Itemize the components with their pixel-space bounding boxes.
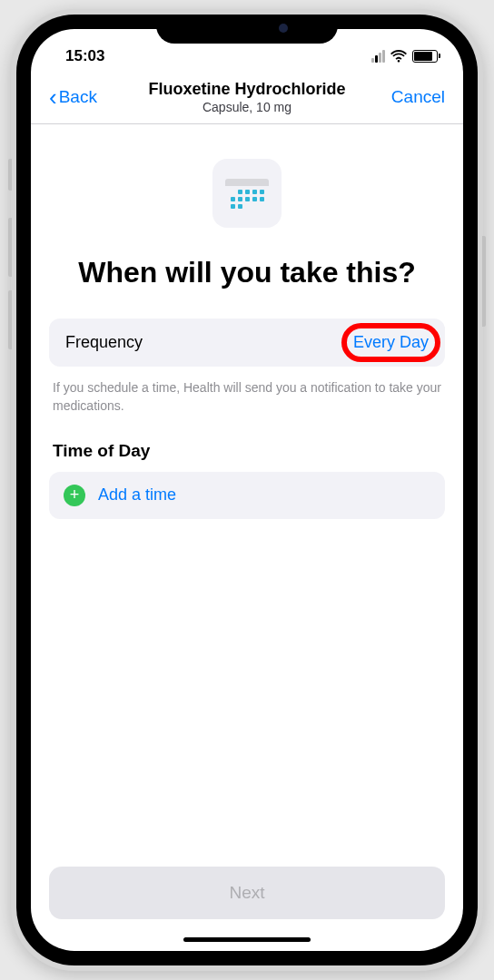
mute-switch — [8, 159, 12, 191]
power-button — [482, 236, 486, 327]
time-of-day-header: Time of Day — [53, 441, 441, 461]
phone-frame: 15:03 ‹ Back — [11, 9, 483, 971]
navigation-bar: ‹ Back Fluoxetine Hydrochloride Capsule,… — [31, 73, 463, 124]
nav-subtitle: Capsule, 10 mg — [131, 100, 363, 114]
chevron-left-icon: ‹ — [49, 85, 57, 109]
battery-icon — [412, 50, 438, 63]
add-time-button[interactable]: + Add a time — [49, 472, 445, 519]
back-button[interactable]: ‹ Back — [49, 85, 131, 109]
nav-title-group: Fluoxetine Hydrochloride Capsule, 10 mg — [131, 80, 363, 114]
nav-title: Fluoxetine Hydrochloride — [131, 80, 363, 99]
cellular-icon — [371, 50, 385, 63]
notch — [156, 15, 338, 44]
page-heading: When will you take this? — [67, 255, 427, 289]
volume-up-button — [8, 218, 12, 277]
frequency-value: Every Day — [353, 333, 429, 352]
screen: 15:03 ‹ Back — [31, 29, 463, 951]
back-label: Back — [59, 87, 97, 107]
content-area: When will you take this? Frequency Every… — [31, 124, 463, 848]
home-indicator[interactable] — [183, 937, 311, 942]
frequency-label: Frequency — [65, 333, 143, 352]
frequency-row[interactable]: Frequency Every Day — [49, 318, 445, 367]
volume-down-button — [8, 290, 12, 349]
phone-bezel: 15:03 ‹ Back — [16, 15, 478, 965]
helper-text: If you schedule a time, Health will send… — [53, 379, 441, 415]
add-time-label: Add a time — [98, 485, 176, 505]
calendar-icon — [212, 159, 282, 228]
cancel-button[interactable]: Cancel — [363, 87, 445, 107]
plus-icon: + — [64, 485, 85, 506]
status-time: 15:03 — [65, 47, 104, 65]
status-indicators — [371, 50, 438, 63]
next-button[interactable]: Next — [49, 867, 445, 919]
wifi-icon — [390, 50, 407, 63]
